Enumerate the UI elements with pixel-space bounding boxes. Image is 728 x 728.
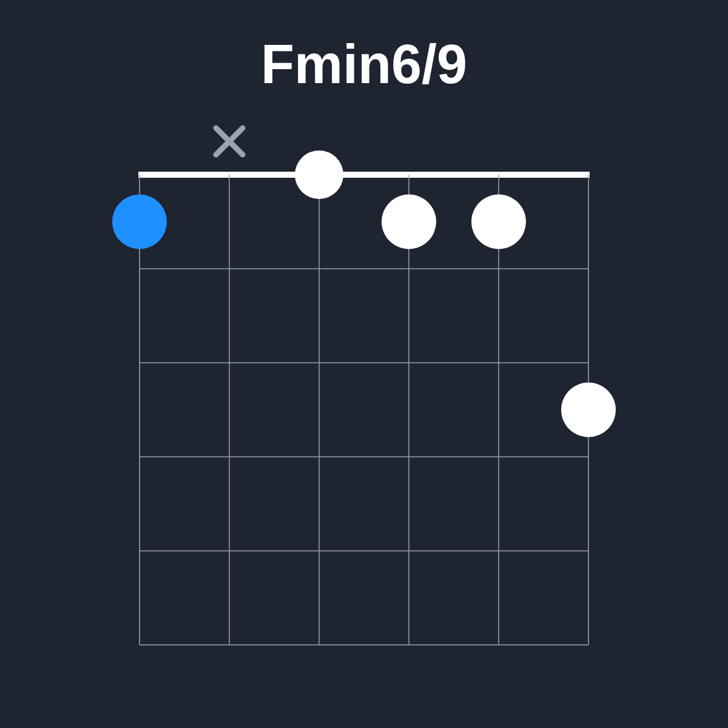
- chord-svg: [91, 114, 637, 672]
- finger-dot: [561, 383, 616, 437]
- open-marker: [295, 150, 343, 199]
- nut: [138, 172, 590, 178]
- mute-marker: [216, 128, 243, 155]
- finger-dot: [382, 195, 436, 249]
- chord-diagram: [91, 114, 637, 672]
- chord-title: Fmin6/9: [261, 33, 467, 96]
- finger-dot: [471, 195, 526, 249]
- root-dot: [112, 195, 167, 249]
